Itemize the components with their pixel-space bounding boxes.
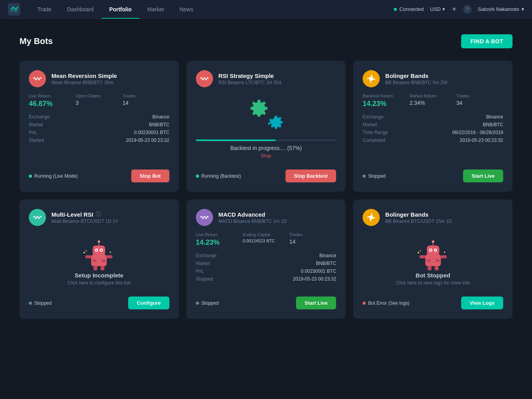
stats-row: Live Return 14.23% Ending Capital 0.0012…: [196, 232, 336, 247]
backtest-progress-fill: [196, 139, 276, 141]
bot-header-text: Bolinger Bands BB Binance BNB/BTC 5m 2W: [385, 72, 447, 85]
svg-point-19: [99, 260, 101, 261]
bot-name: MACD Advanced: [218, 211, 287, 218]
info-pnl: PnL 0.00230001 BTC: [29, 130, 169, 135]
card-footer: Stopped Configure: [29, 297, 169, 309]
status-dot: [196, 302, 199, 305]
stat-value: 14: [122, 100, 169, 106]
nav-trade[interactable]: Trade: [30, 0, 59, 19]
bot-card-bolinger-1: Bolinger Bands BB Binance BNB/BTC 5m 2W …: [353, 61, 513, 192]
svg-point-25: [430, 249, 432, 251]
card-footer: Running (Live Mode) Stop Bot: [29, 169, 169, 182]
app-logo[interactable]: [8, 3, 20, 16]
bot-name: RSI Strategy Simple: [218, 72, 281, 79]
status-label: Running (Live Mode): [29, 173, 78, 179]
stat-value: 14.23%: [196, 238, 243, 247]
start-live-button-macd[interactable]: Start Live: [296, 297, 336, 309]
bot-subtitle: MACD Binance BNB/BTC 1m 1D: [218, 219, 287, 224]
nav-portfolio[interactable]: Portfolio: [102, 0, 140, 19]
info-rows: Exchange Binance Market BNB/BTC PnL 0.00…: [196, 253, 336, 282]
theme-icon[interactable]: ☀: [451, 5, 457, 13]
bot-header-text: RSI Strategy Simple RSI Binance LTC/BTC …: [218, 72, 281, 85]
stat-market-return: Market Return 2.34%: [410, 94, 456, 108]
status-text: Stopped: [368, 173, 386, 179]
bot-icon-bolinger-1: [363, 70, 380, 87]
stop-backtest-button[interactable]: Stop Backtest: [285, 169, 336, 182]
bot-stopped-visual: ✦ ✦ ✦ Bot Stopped Click here to view log…: [363, 232, 503, 290]
stat-trades: Trades 14: [289, 232, 336, 247]
bot-header: Mean Reversion Simple Mean Binance BNB/B…: [29, 70, 169, 87]
stats-row: Backtest Return 14.23% Market Return 2.3…: [363, 94, 503, 108]
svg-point-38: [433, 260, 435, 261]
svg-point-28: [432, 240, 434, 243]
stop-bot-button[interactable]: Stop Bot: [131, 169, 169, 182]
nav-market[interactable]: Market: [139, 0, 172, 19]
bot-header-text: MACD Advanced MACD Binance BNB/BTC 1m 1D: [218, 211, 287, 224]
nav-links: Trade Dashboard Portfolio Market News: [30, 0, 394, 19]
info-market: Market BNB/BTC: [29, 122, 169, 127]
info-completed: Completed 2019-05-23 00:23:32: [363, 138, 503, 143]
bot-card-rsi-strategy: RSI Strategy Simple RSI Binance LTC/BTC …: [187, 61, 346, 192]
info-exchange: Exchange Binance: [196, 253, 336, 258]
stat-value: 46.87%: [29, 100, 76, 108]
svg-rect-15: [93, 266, 97, 270]
nav-right: Connected USD ▾ ☀ ? Satoshi Nakamoto ▾: [394, 5, 524, 14]
start-live-button[interactable]: Start Live: [463, 169, 503, 182]
status-text: Stopped: [201, 300, 219, 306]
bot-subtitle: BB Binance BTC/USDT 15m 1D: [385, 219, 452, 224]
stat-value: 2.34%: [410, 100, 456, 106]
bot-stopped-title: Bot Stopped: [416, 272, 450, 279]
stat-label: Live Return: [29, 94, 76, 98]
status-text: Running (Backtest): [201, 173, 241, 179]
bot-icon-mean-reversion: [29, 70, 46, 87]
info-exchange: Exchange Binance: [29, 114, 169, 120]
page-title: My Bots: [19, 36, 53, 46]
status-label: Running (Backtest): [196, 173, 241, 179]
bot-header-text: Mean Reversion Simple Mean Binance BNB/B…: [51, 72, 117, 85]
backtest-progress-bar: [196, 139, 336, 141]
view-logs-button[interactable]: View Logs: [461, 297, 503, 309]
connected-dot: [394, 8, 397, 11]
bot-header-text: Multi-Level RSI ⓘ Multi Binance BTC/USDT…: [51, 211, 118, 224]
connection-status: Connected: [394, 6, 424, 12]
backtest-visual: Backtest in progress.... (57%) Stop: [196, 94, 336, 163]
help-icon[interactable]: ?: [463, 5, 472, 14]
stat-label: Trades: [289, 232, 336, 237]
svg-rect-34: [428, 266, 432, 270]
nav-dashboard[interactable]: Dashboard: [59, 0, 102, 19]
info-pnl: PnL 0.00230001 BTC: [196, 268, 336, 274]
bot-subtitle: Multi Binance BTC/USDT 1D 1Y: [51, 219, 118, 224]
bot-header: MACD Advanced MACD Binance BNB/BTC 1m 1D: [196, 209, 336, 226]
svg-point-6: [96, 249, 97, 251]
status-dot: [29, 302, 32, 305]
stat-live-return: Live Return 14.23%: [196, 232, 243, 247]
nav-news[interactable]: News: [172, 0, 201, 19]
bot-icon-rsi: [196, 70, 213, 87]
gears-container: [247, 98, 285, 133]
bot-icon-multi-rsi: [29, 209, 46, 226]
configure-button[interactable]: Configure: [128, 297, 169, 309]
connected-label: Connected: [399, 6, 424, 12]
find-bot-button[interactable]: FIND A BOT: [461, 34, 513, 48]
card-footer: Running (Backtest) Stop Backtest: [196, 169, 336, 182]
page-header: My Bots FIND A BOT: [19, 34, 513, 48]
bot-icon-macd: [196, 209, 213, 226]
info-market: Market BNB/BTC: [196, 261, 336, 266]
svg-rect-29: [419, 255, 426, 258]
stat-trades: Trades 34: [456, 94, 503, 108]
stat-value: 14: [289, 238, 336, 245]
svg-point-9: [98, 240, 100, 243]
stat-trades: Trades 14: [122, 94, 169, 108]
backtest-stop-text[interactable]: Stop: [261, 153, 271, 159]
info-started: Started 2019-05-23 00:23:32: [29, 138, 169, 143]
svg-point-18: [97, 260, 99, 261]
stat-ending-capital: Ending Capital 0.00124523 BTC: [243, 232, 289, 247]
stat-label: Trades: [456, 94, 503, 98]
svg-rect-36: [426, 260, 440, 262]
bot-name: Bolinger Bands: [385, 211, 452, 218]
user-menu[interactable]: Satoshi Nakamoto ▾: [478, 6, 524, 12]
svg-rect-3: [93, 245, 105, 256]
stat-label: Market Return: [410, 94, 456, 98]
currency-selector[interactable]: USD ▾: [430, 6, 445, 12]
info-rows: Exchange Binance Market BNB/BTC PnL 0.00…: [29, 114, 169, 143]
